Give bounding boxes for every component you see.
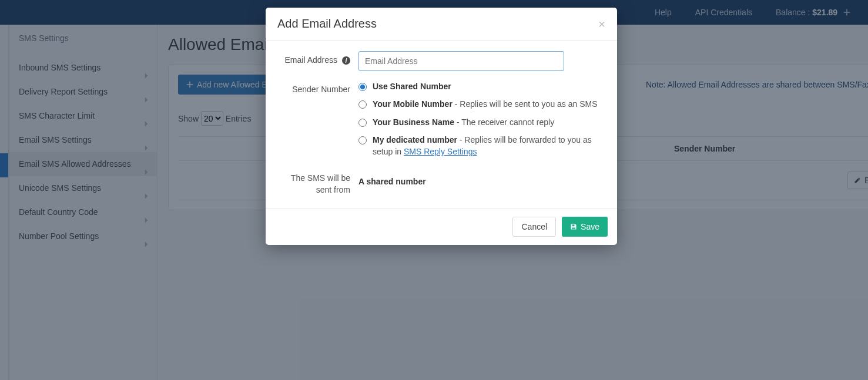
sidebar-item-char-limit[interactable]: SMS Character Limit bbox=[9, 104, 157, 128]
radio-dedicated[interactable] bbox=[358, 136, 367, 144]
sidebar: SMS Settings Inbound SMS Settings Delive… bbox=[9, 25, 157, 380]
edit-icon bbox=[854, 176, 861, 185]
option-business-name[interactable]: Your Business Name - The receiver cannot… bbox=[358, 116, 605, 128]
nav-balance[interactable]: Balance : $21.89 bbox=[776, 8, 850, 17]
save-label: Save bbox=[581, 222, 599, 231]
sidebar-item-email-allowed[interactable]: Email SMS Allowed Addresses bbox=[9, 152, 157, 176]
option-title: My dedicated number bbox=[373, 135, 457, 144]
sidebar-item-label: Unicode SMS Settings bbox=[19, 183, 101, 193]
sidebar-item-unicode[interactable]: Unicode SMS Settings bbox=[9, 176, 157, 200]
save-button[interactable]: Save bbox=[562, 217, 608, 237]
cancel-button[interactable]: Cancel bbox=[512, 217, 556, 237]
option-title: Your Mobile Number bbox=[373, 99, 453, 109]
sidebar-item-label: Email SMS Allowed Addresses bbox=[19, 159, 131, 169]
sidebar-item-label: Email SMS Settings bbox=[19, 135, 92, 144]
radio-shared[interactable] bbox=[358, 83, 367, 91]
option-dedicated-number[interactable]: My dedicated number - Replies will be fo… bbox=[358, 134, 605, 158]
nav-help-link[interactable]: Help bbox=[655, 8, 672, 17]
entries-select[interactable]: 20 bbox=[201, 111, 223, 126]
sidebar-item-inbound-sms[interactable]: Inbound SMS Settings bbox=[9, 56, 157, 80]
add-email-modal: Add Email Address × Email Address i Send… bbox=[266, 8, 617, 245]
edit-label: Edit bbox=[864, 176, 868, 185]
nav-api-credentials-link[interactable]: API Credentials bbox=[695, 8, 752, 17]
info-icon[interactable]: i bbox=[342, 56, 350, 65]
sender-number-label: Sender Number bbox=[292, 85, 350, 163]
col-sender-number: Sender Number bbox=[666, 137, 839, 161]
show-label-post: Entries bbox=[226, 114, 252, 123]
sms-reply-settings-link[interactable]: SMS Reply Settings bbox=[404, 147, 477, 156]
left-rail bbox=[0, 25, 8, 380]
active-indicator bbox=[0, 153, 8, 177]
email-address-label: Email Address bbox=[285, 55, 337, 71]
sidebar-item-label: Inbound SMS Settings bbox=[19, 63, 100, 72]
balance-value: $21.89 bbox=[812, 8, 837, 17]
sent-from-label: The SMS will be sent from bbox=[277, 173, 350, 196]
option-desc: - The receiver cannot reply bbox=[454, 117, 554, 127]
option-your-mobile[interactable]: Your Mobile Number - Replies will be sen… bbox=[358, 98, 605, 110]
sidebar-item-number-pool[interactable]: Number Pool Settings bbox=[9, 224, 157, 248]
plus-icon[interactable] bbox=[843, 8, 850, 17]
sidebar-item-label: SMS Character Limit bbox=[19, 111, 95, 120]
sidebar-item-country-code[interactable]: Default Country Code bbox=[9, 200, 157, 224]
sent-from-value: A shared number bbox=[358, 173, 605, 186]
modal-footer: Cancel Save bbox=[266, 208, 617, 245]
radio-business[interactable] bbox=[358, 119, 367, 127]
sender-number-options: Use Shared Number Your Mobile Number - R… bbox=[358, 80, 605, 163]
sidebar-item-label: Number Pool Settings bbox=[19, 231, 99, 241]
option-desc: - Replies will be sent to you as an SMS bbox=[453, 99, 598, 109]
balance-label: Balance : bbox=[776, 8, 810, 17]
sidebar-item-delivery-report[interactable]: Delivery Report Settings bbox=[9, 80, 157, 104]
plus-icon bbox=[186, 80, 193, 89]
option-shared-number[interactable]: Use Shared Number bbox=[358, 80, 605, 92]
edit-row-button[interactable]: Edit bbox=[847, 171, 868, 189]
radio-mobile[interactable] bbox=[358, 100, 367, 109]
allowed-shared-note: Note: Allowed Email Addresses are shared… bbox=[646, 80, 868, 89]
show-label-pre: Show bbox=[178, 114, 199, 123]
modal-header: Add Email Address × bbox=[266, 8, 617, 41]
option-title: Use Shared Number bbox=[373, 82, 451, 91]
chevron-right-icon bbox=[143, 233, 150, 257]
modal-title: Add Email Address bbox=[277, 17, 377, 31]
option-title: Your Business Name bbox=[373, 117, 454, 127]
sidebar-item-label: Delivery Report Settings bbox=[19, 87, 108, 96]
sidebar-item-label: Default Country Code bbox=[19, 207, 98, 217]
sidebar-item-email-sms[interactable]: Email SMS Settings bbox=[9, 128, 157, 152]
sidebar-heading: SMS Settings bbox=[9, 28, 157, 49]
modal-body: Email Address i Sender Number Use Shared… bbox=[266, 41, 617, 208]
close-icon[interactable]: × bbox=[598, 18, 605, 30]
email-address-input[interactable] bbox=[358, 51, 564, 71]
save-icon bbox=[570, 222, 577, 231]
